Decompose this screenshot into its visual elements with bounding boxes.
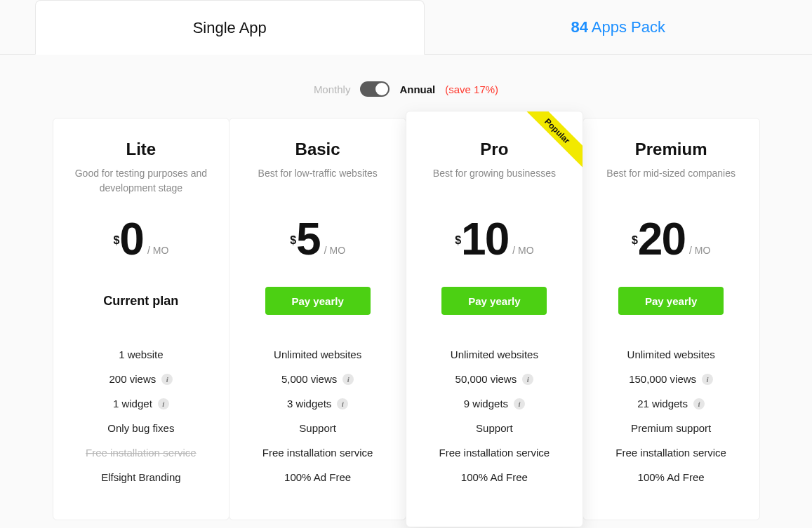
plan-tagline: Best for mid-sized companies	[596, 166, 747, 196]
info-icon[interactable]: i	[161, 374, 173, 385]
plan-features: Unlimited websites150,000 viewsi21 widge…	[596, 348, 747, 483]
plan-cta: Pay yearly	[419, 287, 570, 315]
plan-name: Lite	[66, 140, 217, 159]
feature-text: 150,000 views	[629, 373, 696, 385]
feature-item: Free installation service	[596, 447, 747, 459]
currency-symbol: $	[290, 234, 296, 247]
feature-text: Unlimited websites	[451, 348, 538, 360]
price-period: / MO	[324, 245, 345, 256]
apps-pack-count: 84	[571, 18, 587, 36]
info-icon[interactable]: i	[514, 398, 525, 409]
feature-item: 50,000 viewsi	[419, 373, 570, 385]
feature-item: 5,000 viewsi	[242, 373, 393, 385]
info-icon[interactable]: i	[522, 374, 533, 385]
feature-text: Free installation service	[86, 447, 197, 459]
toggle-knob	[375, 83, 388, 95]
plan-card-pro: PopularProBest for growing businesses$10…	[406, 111, 583, 527]
plan-card-basic: BasicBest for low-traffic websites$5/ MO…	[229, 118, 406, 520]
currency-symbol: $	[455, 234, 461, 247]
pay-yearly-button[interactable]: Pay yearly	[441, 287, 547, 315]
feature-item: 21 widgetsi	[596, 398, 747, 409]
billing-annual-label[interactable]: Annual	[399, 83, 435, 95]
feature-text: 200 views	[109, 373, 157, 385]
plan-price: $0/ MO	[66, 217, 217, 262]
plan-features: Unlimited websites50,000 viewsi9 widgets…	[419, 348, 570, 483]
feature-text: 9 widgets	[464, 398, 508, 409]
tab-single-app-label: Single App	[193, 19, 267, 36]
feature-text: Support	[476, 422, 513, 434]
feature-text: Free installation service	[262, 447, 373, 459]
feature-text: 100% Ad Free	[461, 471, 528, 483]
plan-cta: Pay yearly	[596, 287, 747, 315]
feature-text: Elfsight Branding	[101, 471, 180, 483]
feature-item: 100% Ad Free	[419, 471, 570, 483]
feature-text: Unlimited websites	[274, 348, 361, 360]
feature-text: 1 widget	[113, 398, 152, 409]
feature-item: 100% Ad Free	[596, 471, 747, 483]
tab-apps-pack[interactable]: 84 Apps Pack	[425, 0, 813, 54]
feature-item: 150,000 viewsi	[596, 373, 747, 385]
plan-price: $10/ MO	[419, 217, 570, 262]
pricing-tabs: Single App 84 Apps Pack	[0, 0, 812, 55]
feature-item: Free installation service	[66, 447, 217, 459]
price-value: 20	[638, 217, 685, 262]
feature-text: 1 website	[119, 348, 163, 360]
price-value: 10	[461, 217, 508, 262]
feature-text: Unlimited websites	[627, 348, 715, 360]
info-icon[interactable]: i	[693, 398, 705, 409]
feature-text: 50,000 views	[455, 373, 517, 385]
feature-text: Premium support	[631, 422, 711, 434]
plan-features: Unlimited websites5,000 viewsi3 widgetsi…	[242, 348, 393, 483]
plan-tagline: Good for testing purposes and developmen…	[66, 166, 217, 196]
plan-name: Basic	[242, 140, 393, 159]
pay-yearly-button[interactable]: Pay yearly	[618, 287, 724, 315]
info-icon[interactable]: i	[342, 374, 354, 385]
plan-price: $20/ MO	[596, 217, 747, 262]
plan-card-lite: LiteGood for testing purposes and develo…	[53, 118, 230, 520]
feature-text: 100% Ad Free	[284, 471, 351, 483]
pay-yearly-button[interactable]: Pay yearly	[265, 287, 371, 315]
feature-text: 5,000 views	[281, 373, 337, 385]
feature-item: Elfsight Branding	[66, 471, 217, 483]
plan-name: Premium	[596, 140, 747, 159]
plan-price: $5/ MO	[242, 217, 393, 262]
info-icon[interactable]: i	[337, 398, 348, 409]
feature-text: Support	[299, 422, 336, 434]
price-period: / MO	[512, 245, 533, 256]
billing-toggle-row: Monthly Annual (save 17%)	[0, 55, 812, 118]
feature-item: Only bug fixes	[66, 422, 217, 434]
plan-card-premium: PremiumBest for mid-sized companies$20/ …	[583, 118, 760, 520]
feature-text: 100% Ad Free	[638, 471, 705, 483]
feature-text: 21 widgets	[637, 398, 688, 409]
feature-item: Unlimited websites	[596, 348, 747, 360]
feature-text: Free installation service	[615, 447, 726, 459]
plans-grid: LiteGood for testing purposes and develo…	[53, 118, 760, 520]
plan-cta: Current plan	[66, 287, 217, 315]
feature-item: 1 website	[66, 348, 217, 360]
price-value: 0	[119, 217, 143, 262]
plan-cta: Pay yearly	[242, 287, 393, 315]
currency-symbol: $	[632, 234, 638, 247]
tab-single-app[interactable]: Single App	[35, 0, 425, 55]
plan-features: 1 website200 viewsi1 widgetiOnly bug fix…	[66, 348, 217, 483]
billing-toggle[interactable]	[360, 81, 390, 97]
feature-item: Support	[419, 422, 570, 434]
feature-item: 100% Ad Free	[242, 471, 393, 483]
price-period: / MO	[689, 245, 710, 256]
feature-item: Support	[242, 422, 393, 434]
feature-item: Unlimited websites	[419, 348, 570, 360]
popular-ribbon-label: Popular	[521, 111, 583, 171]
feature-item: Premium support	[596, 422, 747, 434]
feature-item: Free installation service	[242, 447, 393, 459]
feature-item: 9 widgetsi	[419, 398, 570, 409]
price-period: / MO	[147, 245, 168, 256]
feature-text: 3 widgets	[287, 398, 331, 409]
feature-text: Free installation service	[439, 447, 550, 459]
billing-monthly-label[interactable]: Monthly	[314, 83, 351, 95]
info-icon[interactable]: i	[702, 374, 713, 385]
feature-item: Free installation service	[419, 447, 570, 459]
popular-ribbon: Popular	[521, 111, 583, 173]
billing-save-label: (save 17%)	[445, 83, 498, 95]
current-plan-label: Current plan	[103, 294, 178, 309]
info-icon[interactable]: i	[158, 398, 169, 409]
